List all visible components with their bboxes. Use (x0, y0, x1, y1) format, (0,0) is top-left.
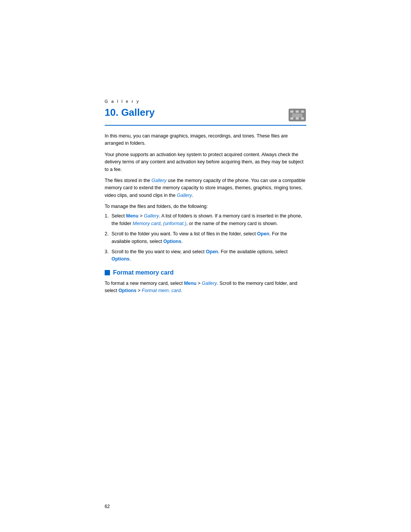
options-link-3: Options (118, 288, 136, 293)
svg-rect-1 (290, 110, 293, 113)
svg-rect-7 (292, 113, 303, 117)
subsection-body: To format a new memory card, select Menu… (105, 280, 306, 295)
page: G a l l e r y 10. Gallery (0, 0, 411, 532)
unformat-link: (unformat.) (163, 221, 186, 226)
list-intro: To manage the files and folders, do the … (105, 203, 306, 210)
svg-rect-3 (301, 110, 304, 113)
gallery-link-1: Gallery (151, 178, 167, 183)
gallery-icon (288, 107, 306, 123)
options-link-1: Options (163, 239, 181, 244)
numbered-list: 1. Select Menu > Gallery. A list of fold… (105, 212, 306, 263)
svg-rect-6 (301, 117, 304, 120)
memory-card-link: Memory card (133, 221, 161, 226)
section-label: G a l l e r y (105, 99, 306, 104)
list-item: 3. Scroll to the file you want to view, … (105, 248, 306, 263)
paragraph-1: In this menu, you can manage graphics, i… (105, 133, 306, 147)
paragraph-3: The files stored in the Gallery use the … (105, 177, 306, 199)
svg-rect-5 (296, 117, 299, 120)
svg-rect-4 (290, 117, 293, 120)
open-link-2: Open (206, 249, 218, 254)
open-link-1: Open (257, 231, 269, 236)
subsection-header: Format memory card (105, 269, 306, 276)
subsection-square-icon (105, 270, 110, 275)
gallery-link-3: Gallery (144, 213, 159, 219)
options-link-2: Options (112, 256, 129, 262)
content-area: G a l l e r y 10. Gallery (105, 99, 306, 298)
page-number: 62 (105, 504, 110, 509)
gallery-link-2: Gallery (177, 193, 192, 198)
format-mem-card-link: Format mem. card (142, 288, 181, 293)
subsection-title: Format memory card (113, 269, 174, 276)
chapter-title: 10. Gallery (105, 107, 155, 118)
svg-rect-2 (296, 110, 299, 113)
paragraph-2: Your phone supports an activation key sy… (105, 151, 306, 173)
menu-link-2: Menu (184, 281, 196, 286)
list-item: 1. Select Menu > Gallery. A list of fold… (105, 212, 306, 227)
gallery-link-4: Gallery (202, 281, 217, 286)
menu-link-1: Menu (126, 213, 139, 219)
chapter-header: 10. Gallery (105, 107, 306, 126)
list-item: 2. Scroll to the folder you want. To vie… (105, 230, 306, 245)
